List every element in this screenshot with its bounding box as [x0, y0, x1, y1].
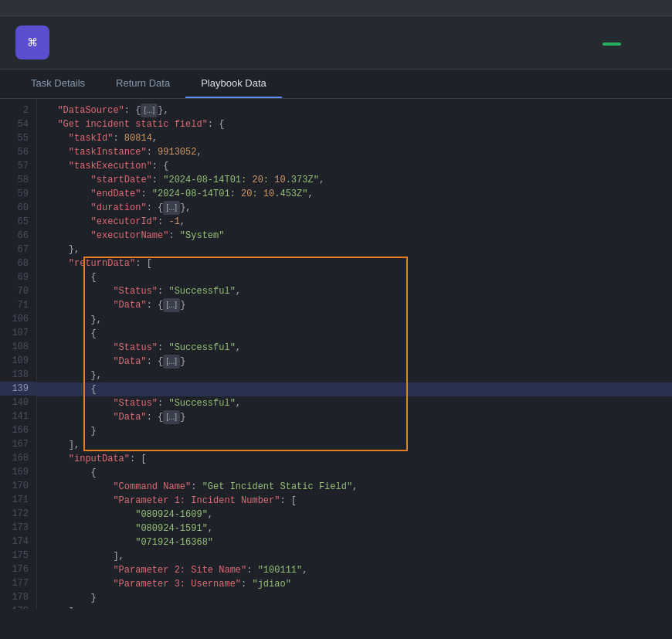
code-area: 2545556575859606566676869707110610710810…: [0, 99, 672, 609]
status-badge: [602, 42, 621, 46]
header: ⌘: [0, 16, 672, 70]
code-wrapper: "DataSource": {[...]}, "Get incident sta…: [37, 99, 672, 609]
tab-return-data[interactable]: Return Data: [100, 70, 185, 98]
code-content: "DataSource": {[...]}, "Get incident sta…: [37, 99, 672, 609]
tab-playbook-data[interactable]: Playbook Data: [185, 70, 282, 98]
tabs: Task Details Return Data Playbook Data: [0, 70, 672, 99]
tab-task-details[interactable]: Task Details: [15, 70, 100, 98]
task-icon: ⌘: [15, 25, 49, 59]
line-numbers: 2545556575859606566676869707110610710810…: [0, 99, 37, 609]
title-bar: [0, 0, 672, 16]
status-section: [602, 39, 621, 46]
